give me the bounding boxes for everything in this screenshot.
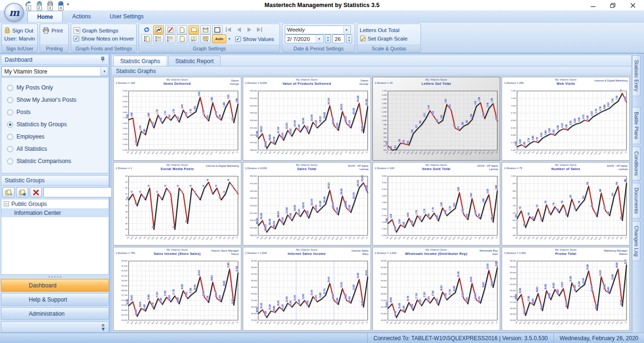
periods-count-spinner[interactable]: ▲▼ <box>346 34 352 43</box>
side-tab-conditions[interactable]: Conditions <box>633 147 641 180</box>
doc-tab-statistic-report[interactable]: Statistic Report <box>168 56 221 66</box>
svg-text:315,000: 315,000 <box>315 120 317 127</box>
filter-option-show-my-junior-s-posts[interactable]: Show My Junior's Posts <box>7 94 107 106</box>
chart-sales-total[interactable]: My Vitamin StoreSales Total1 Division = … <box>243 162 371 246</box>
side-tab-statistic-entry[interactable]: Statistic Entry <box>633 55 641 96</box>
graph-settings-button[interactable]: Ta Graph Settings <box>74 27 134 33</box>
qat-customize-icon[interactable]: ▾ <box>67 2 69 7</box>
minimize-button[interactable] <box>589 2 597 8</box>
refresh-graphs-button[interactable] <box>141 25 152 34</box>
store-selector[interactable]: My Vitamin Store ▼ <box>1 66 108 76</box>
app-logo-button[interactable]: m <box>4 3 24 22</box>
chart-promo-total[interactable]: My Vitamin StorePromo Total1 Division = … <box>502 247 630 331</box>
svg-text:10/11: 10/11 <box>422 151 427 155</box>
filter-option-statistics-by-groups[interactable]: Statistics by Groups <box>7 118 107 131</box>
last-period-button[interactable] <box>255 26 264 34</box>
side-tab-battle-plans[interactable]: Battle Plans <box>633 107 641 144</box>
chart-number-of-sales[interactable]: My Vitamin StoreNumber of Sales1 Divisio… <box>502 162 630 246</box>
side-tab-documents[interactable]: Documents <box>633 183 641 219</box>
svg-text:2,820: 2,820 <box>440 202 442 206</box>
svg-text:8/23: 8/23 <box>264 151 268 154</box>
show-notes-checkbox[interactable]: ✓ Show Notes on Hover <box>74 36 134 41</box>
sign-out-button[interactable]: Sign Out <box>4 27 35 33</box>
delete-group-button[interactable] <box>30 187 42 197</box>
date-spinner[interactable]: ▲▼ <box>325 34 331 43</box>
chart-wholesale-income-distributor-rep[interactable]: My Vitamin StoreWholesale Income (Distri… <box>372 247 501 331</box>
nav-button-help-support[interactable]: Help & Support <box>1 293 109 306</box>
edit-group-button[interactable] <box>16 187 28 197</box>
chart-plot-area: 1,1001,2001,3001,4001,5001,6001,7001,800… <box>114 90 241 160</box>
row-spacing-2-button[interactable] <box>165 34 175 43</box>
chart-value-of-products-delivered[interactable]: My Vitamin StoreValue of Products Delive… <box>243 77 371 161</box>
table-view-button[interactable] <box>200 34 211 43</box>
collapse-icon[interactable]: − <box>4 201 9 206</box>
nav-button-dashboard[interactable]: Dashboard <box>1 279 109 292</box>
filter-option-posts[interactable]: Posts <box>7 106 107 118</box>
period-type-select[interactable]: Weekly ▼ <box>285 25 351 34</box>
svg-text:60,800: 60,800 <box>553 283 555 288</box>
filter-option-statistic-comparisons[interactable]: Statistic Comparisons <box>7 155 107 167</box>
qat-help-button[interactable]: 4 <box>56 1 66 10</box>
chart-social-media-posts[interactable]: My Vitamin StoreSocial Media Posts1 Divi… <box>113 162 241 246</box>
sidebar-splitter[interactable] <box>1 275 109 279</box>
fit-width-button[interactable] <box>200 25 211 34</box>
chart-letters-out-total[interactable]: My Vitamin StoreLetters Out Total1 Divis… <box>372 77 501 161</box>
date-picker[interactable]: 2/ 7/2020 ▼ <box>285 34 323 43</box>
svg-text:5,902: 5,902 <box>540 132 543 137</box>
filter-option-all-statistics[interactable]: All Statistics <box>7 143 107 155</box>
svg-text:288,000: 288,000 <box>250 234 257 237</box>
first-period-button[interactable] <box>224 26 233 34</box>
set-graph-scale-button[interactable]: Set Graph Scale <box>360 35 418 41</box>
filter-option-my-posts-only[interactable]: My Posts Only <box>7 82 107 94</box>
periods-count-field[interactable]: 26 <box>332 34 345 43</box>
pin-icon[interactable] <box>100 57 105 64</box>
add-group-button[interactable] <box>2 187 15 197</box>
ribbon-tab-actions[interactable]: Actions <box>63 11 100 22</box>
svg-text:2/7: 2/7 <box>495 151 498 154</box>
fit-height-button[interactable] <box>141 34 152 43</box>
expand-chevron-icon[interactable]: »▾ <box>101 323 105 331</box>
doc-tab-statistic-graphs[interactable]: Statistic Graphs <box>113 56 167 66</box>
filter-option-employees[interactable]: Employees <box>7 131 107 143</box>
line-graph-mode-button[interactable] <box>153 25 164 34</box>
chart-web-visits[interactable]: My Vitamin StoreWeb Visits1 Division = 2… <box>502 77 630 161</box>
chart-items-delivered[interactable]: My Vitamin StoreItems Delivered1 Divisio… <box>113 77 241 161</box>
auto-scale-dropdown[interactable]: ▼ <box>228 37 231 41</box>
page-layout-2-button[interactable] <box>189 25 199 34</box>
qat-print-button[interactable]: 3 <box>45 1 55 10</box>
qat-web-button[interactable]: 2 <box>34 1 44 10</box>
restore-button[interactable] <box>609 2 617 8</box>
dropdown-arrow-icon: ▼ <box>100 67 108 76</box>
group-search-input[interactable] <box>44 188 114 196</box>
next-period-button[interactable] <box>245 26 254 34</box>
full-size-button[interactable] <box>212 25 223 34</box>
ribbon-tab-home[interactable]: Home <box>27 11 63 22</box>
nav-button-administration[interactable]: Administration <box>1 307 109 320</box>
ribbon-tab-user-settings[interactable]: User Settings <box>100 11 153 22</box>
close-button[interactable] <box>629 2 636 8</box>
tree-item-public-groups[interactable]: −Public Groups <box>1 199 108 208</box>
group-label-sign-in: Sign In/User <box>2 45 37 52</box>
chart-items-sold-total[interactable]: My Vitamin StoreItems Sold Total1 Divisi… <box>372 162 501 246</box>
svg-text:9/6: 9/6 <box>532 321 535 324</box>
show-values-checkbox[interactable]: ✓ Show Values <box>235 36 274 42</box>
svg-text:26,500: 26,500 <box>389 297 392 302</box>
tree-item-information-center[interactable]: Information Center <box>1 208 108 217</box>
side-tab-changes-log[interactable]: Changes Log <box>633 221 641 261</box>
edit-graph-button[interactable] <box>165 25 175 34</box>
svg-text:9/27: 9/27 <box>285 321 289 325</box>
print-button[interactable]: Print <box>42 27 66 33</box>
page-corner-button[interactable] <box>177 34 187 43</box>
compare-pages-button[interactable] <box>189 34 199 43</box>
chart-internet-sales-income[interactable]: My Vitamin StoreInternet Sales Income1 D… <box>243 247 371 331</box>
window-controls <box>589 2 644 8</box>
chart-sales-income-store-sales[interactable]: My Vitamin StoreSales Income (Store Sale… <box>113 247 241 331</box>
qat-redo-button[interactable]: 1 <box>24 1 33 10</box>
row-spacing-1-button[interactable] <box>153 34 164 43</box>
store-selector-value: My Vitamin Store <box>4 68 47 75</box>
svg-text:9/27: 9/27 <box>285 236 289 239</box>
auto-scale-button[interactable]: Auto <box>212 34 226 43</box>
previous-period-button[interactable] <box>234 26 243 34</box>
page-layout-1-button[interactable] <box>177 25 187 34</box>
svg-text:309,000: 309,000 <box>361 125 363 131</box>
